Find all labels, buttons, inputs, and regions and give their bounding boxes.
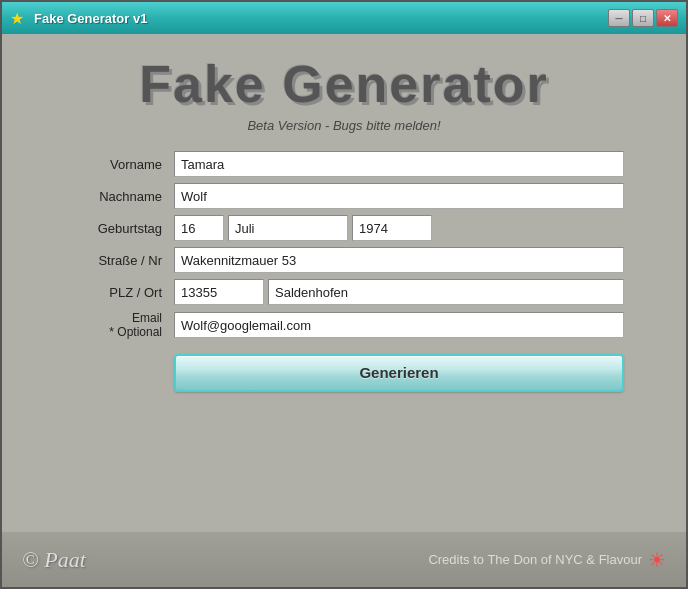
generate-button-container: Generieren: [174, 346, 624, 392]
generate-button-wrapper: Generieren: [64, 346, 624, 392]
strasse-label: Straße / Nr: [64, 253, 174, 268]
vorname-row: Vorname: [64, 151, 624, 177]
plz-input[interactable]: [174, 279, 264, 305]
nachname-row: Nachname: [64, 183, 624, 209]
minimize-button[interactable]: ─: [608, 9, 630, 27]
sun-icon: ☀: [648, 548, 666, 572]
birth-day-input[interactable]: [174, 215, 224, 241]
close-button[interactable]: ✕: [656, 9, 678, 27]
generate-button[interactable]: Generieren: [174, 354, 624, 392]
footer: © Paat Credits to The Don of NYC & Flavo…: [2, 532, 686, 587]
window-title: Fake Generator v1: [34, 11, 608, 26]
footer-credits: Credits to The Don of NYC & Flavour ☀: [428, 548, 666, 572]
email-label-main: Email: [132, 311, 162, 325]
maximize-button[interactable]: □: [632, 9, 654, 27]
footer-logo: © Paat: [22, 547, 86, 573]
nachname-input[interactable]: [174, 183, 624, 209]
geburtstag-label: Geburtstag: [64, 221, 174, 236]
email-row: Email * Optional: [64, 311, 624, 340]
title-bar: ★ Fake Generator v1 ─ □ ✕: [2, 2, 686, 34]
geburtstag-row: Geburtstag: [64, 215, 624, 241]
plz-ort-row: PLZ / Ort: [64, 279, 624, 305]
email-label-optional: * Optional: [109, 325, 162, 339]
email-input[interactable]: [174, 312, 624, 338]
email-label: Email * Optional: [64, 311, 174, 340]
beta-subtitle: Beta Version - Bugs bitte melden!: [247, 118, 440, 133]
window-controls: ─ □ ✕: [608, 9, 678, 27]
app-icon: ★: [10, 9, 28, 27]
main-window: ★ Fake Generator v1 ─ □ ✕ Fake Generator…: [0, 0, 688, 589]
birth-month-input[interactable]: [228, 215, 348, 241]
plz-ort-label: PLZ / Ort: [64, 285, 174, 300]
vorname-label: Vorname: [64, 157, 174, 172]
credits-text: Credits to The Don of NYC & Flavour: [428, 552, 642, 567]
strasse-row: Straße / Nr: [64, 247, 624, 273]
window-body: Fake Generator Beta Version - Bugs bitte…: [2, 34, 686, 532]
vorname-input[interactable]: [174, 151, 624, 177]
app-title: Fake Generator: [139, 54, 549, 114]
birth-year-input[interactable]: [352, 215, 432, 241]
birth-row: [174, 215, 624, 241]
ort-input[interactable]: [268, 279, 624, 305]
nachname-label: Nachname: [64, 189, 174, 204]
plz-row: [174, 279, 624, 305]
strasse-input[interactable]: [174, 247, 624, 273]
form-area: Vorname Nachname Geburtstag Straße / Nr: [64, 151, 624, 392]
